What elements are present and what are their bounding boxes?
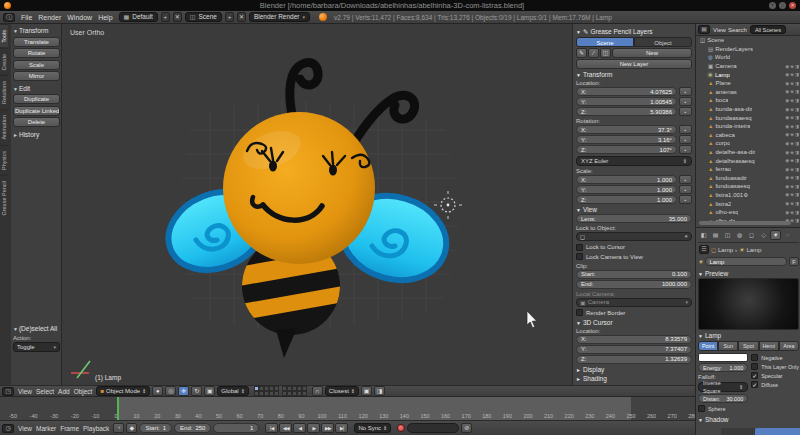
y--field[interactable]: Y:7.37407 (576, 345, 692, 354)
lamp-type-area-button[interactable]: Area (779, 341, 799, 351)
layer-10-toggle[interactable] (274, 391, 279, 396)
renderability-toggle-icon[interactable]: ◨ (795, 72, 799, 77)
preview-panel-header[interactable]: ▼Preview (698, 270, 799, 277)
jump-next-keyframe-button[interactable]: ▶▶ (321, 423, 334, 433)
editor-type-info-icon[interactable]: ⓘ (3, 13, 15, 22)
new-layer-button[interactable]: New Layer (576, 59, 692, 69)
properties-tab-render-layers-icon[interactable]: ▤ (710, 230, 721, 240)
this-layer-only-checkbox[interactable]: This Layer Only (751, 363, 799, 370)
z--field[interactable]: Z:1.32639 (576, 355, 692, 364)
timeline-menu-playback[interactable]: Playback (81, 425, 111, 432)
lock-icon[interactable]: ▪ (679, 107, 692, 116)
menu-window[interactable]: Window (64, 14, 95, 21)
scene-dropdown[interactable]: ◫Scene (185, 12, 222, 22)
renderability-toggle-icon[interactable]: ◨ (795, 192, 799, 197)
minimize-button[interactable]: ˅ (769, 2, 776, 9)
lamp-widget[interactable] (434, 191, 462, 219)
rotation-mode-dropdown[interactable]: XYZ Euler⇕ (576, 156, 692, 166)
edit-duplicate-button[interactable]: Duplicate (13, 94, 60, 104)
snap-mode-dropdown[interactable]: Closest⇕ (325, 386, 359, 396)
no-keying-set-icon[interactable]: ⊘ (461, 423, 472, 433)
lamp-type-spot-button[interactable]: Spot (738, 341, 758, 351)
y--field[interactable]: Y:1.000 (576, 185, 677, 194)
lock-icon[interactable]: ▪ (679, 125, 692, 134)
editor-type-outliner-icon[interactable]: ▤ (698, 25, 710, 34)
view3d-menu-select[interactable]: Select (34, 388, 56, 395)
lock-to-cursor-checkbox[interactable]: Lock to Cursor (576, 244, 692, 251)
transform-orientation-dropdown[interactable]: Global⇕ (217, 386, 249, 396)
renderability-toggle-icon[interactable]: ◨ (795, 167, 799, 172)
opengl-render-icon[interactable]: ▣ (361, 386, 372, 396)
shading-panel-header[interactable]: ►Shading (576, 375, 692, 382)
outliner-item-bunda-asa-dir[interactable]: ▲bunda-asa-dir◉◈◨ (696, 105, 800, 114)
value-field[interactable]: 1 (219, 424, 253, 433)
renderability-toggle-icon[interactable]: ◨ (795, 98, 799, 103)
outliner-item-detalhe-asa-dir[interactable]: ▲detalhe-asa-dir◉◈◨ (696, 148, 800, 157)
outliner-item-plane[interactable]: ▲Plane◉◈◨ (696, 79, 800, 88)
edit-delete-button[interactable]: Delete (13, 117, 60, 127)
visibility-toggle-icon[interactable]: ◉ (785, 107, 789, 112)
selectability-toggle-icon[interactable]: ◈ (790, 158, 793, 163)
y--field[interactable]: Y:1.00545 (576, 97, 677, 106)
cursor3d-panel-header[interactable]: ▼3D Cursor (576, 319, 692, 326)
selectability-toggle-icon[interactable]: ◈ (790, 210, 793, 215)
shadow-button-partial[interactable] (721, 428, 755, 435)
tab-scene[interactable]: Scene (576, 37, 634, 47)
delete-scene-button[interactable]: ✕ (237, 12, 246, 22)
visibility-toggle-icon[interactable]: ◉ (785, 115, 789, 120)
outliner-item-corpo[interactable]: ▲corpo◉◈◨ (696, 139, 800, 148)
gp-draw-icon[interactable]: ✎ (576, 48, 587, 58)
lock-icon[interactable]: ▪ (679, 185, 692, 194)
outliner-item-camera[interactable]: ▣Camera◉◈◨ (696, 62, 800, 71)
lock-icon[interactable]: ▪ (679, 175, 692, 184)
outliner-menu-search[interactable]: Search (727, 27, 748, 33)
properties-tab-object-data-lamp-icon[interactable]: ☀ (770, 230, 781, 240)
outliner-item-boca[interactable]: ▲boca◉◈◨ (696, 96, 800, 105)
toolshelf-tab-create[interactable]: Create (0, 48, 8, 76)
renderability-toggle-icon[interactable]: ◨ (795, 89, 799, 94)
editor-type-3dview-icon[interactable]: ◳ (2, 387, 14, 396)
diffuse-checkbox[interactable]: ✓Diffuse (751, 381, 799, 388)
outliner-item-listra1-001[interactable]: ▲listra1.001⚙◉◈◨ (696, 191, 800, 200)
selectability-toggle-icon[interactable]: ◈ (790, 72, 793, 77)
x--field[interactable]: X:1.000 (576, 175, 677, 184)
manipulator-rotate-button[interactable]: ↻ (191, 386, 202, 396)
selectability-toggle-icon[interactable]: ◈ (790, 201, 793, 206)
jump-to-start-button[interactable]: |◀ (265, 423, 278, 433)
edit-duplicate-linked-button[interactable]: Duplicate Linked (13, 106, 60, 116)
visibility-toggle-icon[interactable]: ◉ (785, 175, 789, 180)
lock-icon[interactable]: ▪ (679, 195, 692, 204)
outliner-item-ferrao[interactable]: ▲ferrao◉◈◨ (696, 165, 800, 174)
editor-type-properties-icon[interactable]: ☰ (699, 245, 709, 254)
breadcrumb-data[interactable]: Lamp (746, 247, 761, 253)
outliner-filter-dropdown[interactable]: All Scenes (750, 25, 786, 34)
visibility-toggle-icon[interactable]: ◉ (785, 132, 789, 137)
renderability-toggle-icon[interactable]: ◨ (795, 124, 799, 129)
selectability-toggle-icon[interactable]: ◈ (790, 124, 793, 129)
play-button[interactable]: ▶ (307, 423, 320, 433)
viewport-shading-dropdown[interactable]: ● (152, 386, 163, 396)
negative-checkbox[interactable]: Negative (751, 354, 799, 361)
gp-data-icon[interactable]: ◫ (600, 48, 611, 58)
gp-line-icon[interactable]: ⁄ (588, 48, 599, 58)
transform-panel-header[interactable]: ▼Transform (576, 71, 692, 78)
outliner-item-renderlayers[interactable]: ▤RenderLayers (696, 45, 800, 54)
toolshelf-tab-grease-pencil[interactable]: Grease Pencil (0, 175, 8, 221)
snap-magnet-icon[interactable]: ∩ (312, 386, 323, 396)
selectability-toggle-icon[interactable]: ◈ (790, 184, 793, 189)
renderability-toggle-icon[interactable]: ◨ (795, 115, 799, 120)
history-panel-header[interactable]: ►History (12, 129, 61, 139)
view-panel-header[interactable]: ▼View (576, 206, 692, 213)
shadow-active-button-partial[interactable] (755, 428, 800, 435)
x--field[interactable]: X:37.3° (576, 125, 677, 134)
renderability-toggle-icon[interactable]: ◨ (795, 150, 799, 155)
transform-scale-button[interactable]: Scale (13, 60, 60, 70)
frame-start-field[interactable]: Start:1 (139, 423, 172, 433)
outliner-item-bunda-inteira[interactable]: ▲bunda-inteira◉◈◨ (696, 122, 800, 131)
jump-to-end-button[interactable]: ▶| (335, 423, 348, 433)
record-button[interactable] (397, 424, 405, 432)
gp-new-button[interactable]: New (612, 48, 692, 58)
current-frame-marker[interactable] (117, 397, 119, 420)
visibility-toggle-icon[interactable]: ◉ (785, 89, 789, 94)
visibility-toggle-icon[interactable]: ◉ (785, 158, 789, 163)
